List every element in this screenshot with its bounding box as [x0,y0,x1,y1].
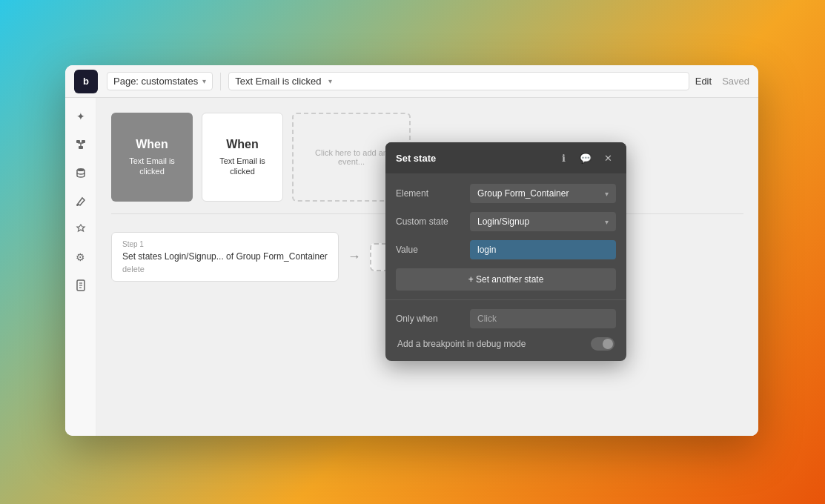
when-card-1[interactable]: When Text Email is clicked [111,113,193,202]
event-chevron: ▾ [328,77,332,85]
divider [220,73,221,90]
when-card-2-sub: Text Email is clicked [210,156,275,177]
modal-comment-btn[interactable]: 💬 [577,150,594,166]
when-card-2[interactable]: When Text Email is clicked [202,113,283,202]
value-label: Value [396,245,463,255]
element-select[interactable]: Group Form_Container ▾ [470,184,616,203]
modal-close-btn[interactable]: ✕ [600,150,616,166]
set-another-btn[interactable]: + Set another state [396,268,616,291]
event-selector[interactable]: Text Email is clicked ▾ [228,72,689,90]
element-row: Element Group Form_Container ▾ [396,184,616,203]
modal-title: Set state [396,153,549,164]
step-card-1[interactable]: Step 1 Set states Login/Signup... of Gro… [111,232,339,282]
content-area: ✦ [65,98,758,436]
page-chevron: ▾ [202,77,206,85]
modal-divider [385,299,626,300]
breakpoint-row: Add a breakpoint in debug mode [396,337,616,351]
arrow-icon: → [348,249,361,265]
element-chevron: ▾ [605,190,609,198]
custom-state-value: Login/Signup [477,216,529,227]
plugin-icon[interactable] [70,218,92,240]
set-state-modal: Set state ℹ 💬 ✕ Element Group Form_Conta… [385,142,626,361]
top-bar: b Page: customstates ▾ Text Email is cli… [65,65,758,98]
modal-body: Element Group Form_Container ▾ Custom st… [385,173,626,361]
step-delete-btn[interactable]: delete [122,265,328,273]
breakpoint-toggle[interactable] [591,337,614,351]
when-card-1-title: When [136,138,168,151]
modal-header: Set state ℹ 💬 ✕ [385,142,626,173]
hierarchy-icon[interactable] [70,133,92,156]
when-card-2-title: When [226,138,259,151]
svg-rect-2 [79,146,83,149]
cursor-icon[interactable]: ✦ [70,105,92,127]
step-desc: Set states Login/Signup... of Group Form… [122,251,328,262]
custom-state-chevron: ▾ [605,218,609,226]
only-when-row: Only when Click [396,309,616,328]
custom-state-select[interactable]: Login/Signup ▾ [470,212,616,231]
main-window: b Page: customstates ▾ Text Email is cli… [65,65,758,436]
breakpoint-label: Add a breakpoint in debug mode [397,339,526,349]
canvas-area: When Text Email is clicked When Text Ema… [96,98,758,436]
custom-state-row: Custom state Login/Signup ▾ [396,212,616,231]
modal-info-btn[interactable]: ℹ [555,150,571,166]
edit-button[interactable]: Edit [689,73,718,90]
step-label: Step 1 [122,240,328,248]
docs-icon[interactable] [70,274,92,296]
logo-button[interactable]: b [74,70,98,93]
value-input[interactable]: login [470,240,616,259]
toggle-knob [603,339,613,349]
svg-point-5 [77,168,85,171]
paint-icon[interactable] [70,190,92,212]
database-icon[interactable] [70,162,92,184]
only-when-input[interactable]: Click [470,309,616,328]
custom-state-label: Custom state [396,216,463,227]
saved-status: Saved [722,76,749,87]
only-when-label: Only when [396,314,463,324]
element-label: Element [396,188,463,199]
event-label: Text Email is clicked [235,76,321,87]
when-card-1-sub: Text Email is clicked [119,156,185,177]
page-selector[interactable]: Page: customstates ▾ [107,72,213,90]
element-value: Group Form_Container [477,188,569,199]
value-row: Value login [396,240,616,259]
settings-icon[interactable]: ⚙ [70,246,92,268]
page-label: Page: customstates [113,76,198,87]
left-sidebar: ✦ [65,98,96,436]
svg-point-6 [76,204,79,206]
